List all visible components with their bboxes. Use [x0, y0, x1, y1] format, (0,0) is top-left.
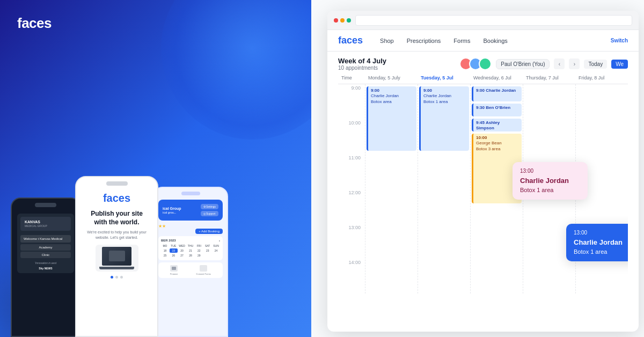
kanvas-welcome: Welcome t Kanvas Medical: [20, 235, 71, 243]
dot-1[interactable]: [111, 276, 113, 279]
phone-notch: [35, 203, 56, 207]
tooltip-pink: 13:00 Charlie Jordan Botox 1 area: [513, 162, 588, 200]
phone-middle: faces Publish your site with the world. …: [75, 176, 158, 337]
phone-left-content: KANVAS MEDICAL GROUP Welcome t Kanvas Me…: [12, 207, 79, 277]
tuesday-header: Tuesday, 5 Jul: [418, 74, 470, 82]
appt-count: 10 appointments: [338, 65, 386, 71]
maximize-dot[interactable]: [347, 18, 351, 23]
tooltip-blue: 13:00 Charlie Jordan Botox 1 area: [566, 224, 628, 261]
star-rating: ★★: [158, 224, 223, 229]
thursday-header: Thursday, 7 Jul: [523, 74, 575, 82]
appt-tuesday-1[interactable]: 9:00 Charlie Jordan Botox 1 area: [419, 86, 469, 151]
nav-forms[interactable]: Forms: [453, 38, 470, 44]
phones-container: KANVAS MEDICAL GROUP Welcome t Kanvas Me…: [11, 165, 311, 337]
logo-text: faces: [17, 15, 52, 32]
monday-col: 9:00 Charlie Jordan Botox area: [365, 84, 418, 294]
tooltip-blue-time: 13:00: [574, 229, 628, 237]
add-booking-btn[interactable]: + Add Booking: [195, 229, 223, 234]
settings-btn[interactable]: ⚙ Settings: [201, 204, 218, 209]
cal-month-header: BER 2023 ›: [161, 239, 220, 242]
phone-middle-content: faces Publish your site with the world. …: [76, 186, 157, 288]
laptop-illustration: [96, 245, 138, 272]
appt-wed-1[interactable]: 9:00 Charlie Jordan: [472, 86, 522, 101]
appt-monday-1[interactable]: 9:00 Charlie Jordan Botox area: [367, 86, 416, 151]
wednesday-header: Wednesday, 6 Jul: [470, 74, 523, 82]
thursday-col: 13:00 Charlie Jordan Botox 1 area: [523, 84, 575, 294]
publish-headline: Publish your site with the world.: [84, 210, 150, 226]
kanvas-quote: 'Innovation in aest: [20, 259, 71, 267]
laptop-screen: [102, 247, 131, 266]
tooltip-pink-area: Botox 1 area: [520, 186, 580, 194]
right-panel: faces Shop Prescriptions Forms Bookings …: [311, 0, 644, 337]
avatar-3: [479, 57, 492, 70]
user-selector[interactable]: Paul O'Brien (You): [496, 59, 550, 69]
cal-grid: MO TUE WED THU FRI SAT SUN 18 19 20 21 2…: [161, 244, 220, 258]
time-grid: 9:00 10:00 11:00 12:00 13:00 1: [338, 84, 628, 294]
time-1400: 14:00: [338, 259, 365, 294]
app-header-title: ical Groupical grou...: [163, 207, 181, 214]
nav-switch[interactable]: Switch: [611, 38, 628, 43]
browser-mockup: faces Shop Prescriptions Forms Bookings …: [327, 11, 639, 332]
calendar-grid: Time Monday, 5 July Tuesday, 5 Jul Wedne…: [327, 74, 639, 294]
today-button[interactable]: Today: [584, 60, 607, 69]
time-1200: 12:00: [338, 189, 365, 224]
sky-news: Sky NEWS: [20, 267, 71, 270]
tooltip-pink-name: Charlie Jordan: [520, 176, 580, 186]
kanvas-title: KANVAS: [25, 220, 67, 224]
calendar-controls: Paul O'Brien (You) ‹ › Today We: [459, 57, 628, 70]
phone-right-notch: [181, 192, 200, 195]
phone-right-content: ical Groupical grou... ⚙ Settings ◎ Supp…: [154, 195, 227, 282]
nav-prescriptions[interactable]: Prescriptions: [407, 38, 441, 44]
browser-dots: [334, 18, 351, 23]
carousel-dots: [111, 276, 123, 279]
logo: faces: [17, 15, 52, 32]
support-btn[interactable]: ◎ Support: [201, 211, 218, 216]
tooltip-blue-name: Charlie Jordan: [574, 238, 628, 247]
dot-2[interactable]: [115, 276, 118, 279]
time-1100: 11:00: [338, 154, 365, 189]
prev-week-btn[interactable]: ‹: [554, 58, 565, 69]
calendar-week-header: Week of 4 July 10 appointments Paul O'Br…: [327, 52, 639, 74]
time-1000: 10:00: [338, 119, 365, 154]
app-logo: faces: [338, 35, 363, 46]
kanvas-logo-area: KANVAS MEDICAL GROUP: [20, 217, 71, 231]
time-900: 9:00: [338, 84, 365, 119]
faces-logo-middle: faces: [103, 192, 130, 204]
time-column: 9:00 10:00 11:00 12:00 13:00 1: [338, 84, 365, 294]
publish-sub: We're excited to help you build your web…: [84, 230, 150, 240]
minimize-dot[interactable]: [340, 18, 345, 23]
phone-middle-notch: [106, 181, 128, 186]
kanvas-subtitle: MEDICAL GROUP: [25, 224, 67, 228]
nav-shop[interactable]: Shop: [380, 38, 394, 44]
time-1300: 13:00: [338, 224, 365, 259]
laptop-base: [99, 267, 134, 269]
tooltip-blue-area: Botox 1 area: [574, 248, 628, 256]
nav-bookings[interactable]: Bookings: [484, 38, 508, 44]
appt-wed-2[interactable]: 9:30 Ben O'Brien: [472, 104, 522, 116]
friday-header: Friday, 8 Jul: [575, 74, 628, 82]
browser-url-bar[interactable]: [355, 15, 632, 26]
nav-consent-forms[interactable]: Consent Forms: [196, 265, 211, 275]
next-week-btn[interactable]: ›: [569, 58, 580, 69]
phone-left: KANVAS MEDICAL GROUP Welcome t Kanvas Me…: [11, 197, 80, 337]
phone-left-menu: KANVAS MEDICAL GROUP Welcome t Kanvas Me…: [17, 214, 74, 273]
kanvas-menu-academy[interactable]: Academy: [20, 244, 71, 251]
avatar-group: [459, 57, 492, 70]
app-nav: faces Shop Prescriptions Forms Bookings …: [327, 30, 639, 52]
dot-3[interactable]: [120, 276, 123, 279]
phone-right: ical Groupical grou... ⚙ Settings ◎ Supp…: [153, 187, 228, 337]
time-col-header: Time: [338, 74, 365, 82]
appt-wed-3[interactable]: 9:45 Ashley Simpson: [472, 119, 522, 131]
week-title: Week of 4 July: [338, 57, 386, 65]
browser-bar: [327, 11, 639, 30]
week-view-button[interactable]: We: [611, 60, 628, 69]
kanvas-menu-clinic[interactable]: Clinic: [20, 252, 71, 258]
close-dot[interactable]: [334, 18, 338, 23]
mini-calendar: BER 2023 › MO TUE WED THU FRI SAT SUN 18…: [158, 236, 223, 260]
tooltip-pink-time: 13:00: [520, 167, 580, 175]
nav-finance[interactable]: Finance: [170, 265, 178, 275]
app-header: ical Groupical grou... ⚙ Settings ◎ Supp…: [158, 200, 223, 221]
monday-header: Monday, 5 July: [365, 74, 418, 82]
tuesday-col: 9:00 Charlie Jordan Botox 1 area: [418, 84, 470, 294]
left-panel: faces Physiotherapists Top 8 Benefits of…: [0, 0, 311, 337]
